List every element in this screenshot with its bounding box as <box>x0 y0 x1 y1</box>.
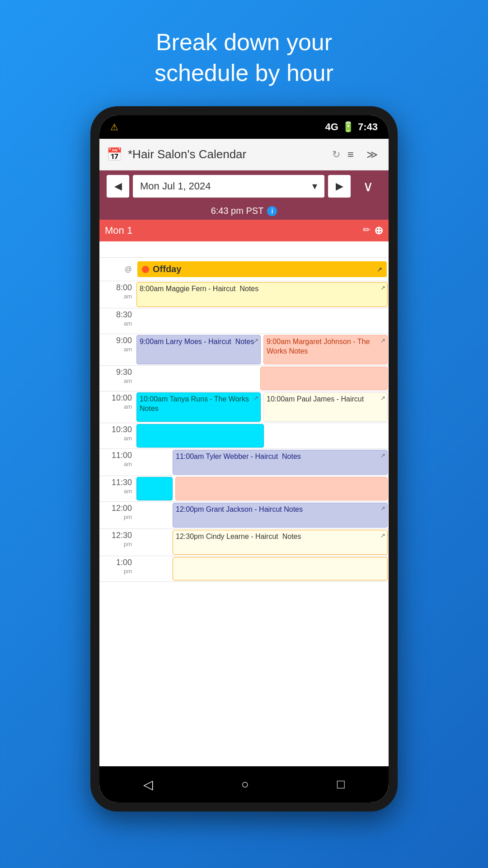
bottom-nav: ◁ ○ □ <box>99 766 389 802</box>
day-label: Mon 1 <box>105 225 132 236</box>
date-nav: ◀ Mon Jul 1, 2024 ▾ ▶ ∨ <box>99 170 389 202</box>
allday-row: @ Offday ↗ <box>99 258 389 281</box>
phone-frame: ⚠ 4G 🔋 7:43 📅 *Hair Salon's Calendar ↻ ≡… <box>90 106 398 811</box>
date-dropdown-arrow: ▾ <box>312 180 317 192</box>
time-bar: 6:43 pm PST i <box>99 202 389 220</box>
event-900b-text: 9:00am Margaret Johnson - The Works Note… <box>267 338 370 355</box>
event-1000a-ext: ↗ <box>253 395 258 402</box>
event-100-cont <box>173 557 388 580</box>
allday-label: @ <box>99 265 136 274</box>
current-date: Mon Jul 1, 2024 <box>140 180 211 192</box>
time-row-1130: 11:30 am <box>99 476 389 502</box>
headline: Break down your schedule by hour <box>155 27 333 88</box>
event-1000a-text: 10:00am Tanya Runs - The Works Notes <box>140 395 249 412</box>
event-1130-green-cont2 <box>136 477 173 500</box>
status-bar: ⚠ 4G 🔋 7:43 <box>99 115 389 139</box>
time-row-1230: 12:30 pm 12:30pm Cindy Learne - Haircut … <box>99 529 389 556</box>
event-900a-text: 9:00am Larry Moes - Haircut Notes <box>140 338 254 345</box>
add-event-icon[interactable]: ⊕ <box>374 224 383 237</box>
current-time: 6:43 pm PST <box>211 206 264 216</box>
blank-row <box>99 241 389 258</box>
event-900a-ext: ↗ <box>253 337 258 345</box>
offday-event[interactable]: Offday ↗ <box>137 261 387 277</box>
event-1000b-ext: ↗ <box>380 395 385 402</box>
app-title: *Hair Salon's Calendar <box>128 147 332 161</box>
time-row-930: 9:30 am <box>99 366 389 392</box>
view-chevron-button[interactable]: ∨ <box>354 175 381 198</box>
event-930-orange-cont <box>260 367 388 390</box>
battery-icon: 🔋 <box>342 121 354 133</box>
info-circle[interactable]: i <box>267 206 277 216</box>
event-1200[interactable]: 12:00pm Grant Jackson - Haircut Notes ↗ <box>173 503 388 528</box>
calendar-body: Mon 1 ✏ ⊕ @ Off <box>99 220 389 766</box>
event-1100-text: 11:00am Tyler Webber - Haircut Notes <box>176 453 301 460</box>
day-header: Mon 1 ✏ ⊕ <box>99 220 389 241</box>
event-1200-text: 12:00pm Grant Jackson - Haircut Notes <box>176 505 303 513</box>
event-800-text: 8:00am Maggie Fern - Haircut Notes <box>140 285 258 292</box>
time-row-1200: 12:00 pm 12:00pm Grant Jackson - Haircut… <box>99 502 389 529</box>
event-1200-ext: ↗ <box>380 505 385 513</box>
headline-line2: schedule by hour <box>155 60 333 86</box>
next-date-button[interactable]: ▶ <box>328 175 351 198</box>
edit-icon[interactable]: ✏ <box>363 224 371 237</box>
event-900b-ext: ↗ <box>380 337 385 345</box>
event-1030-green-cont <box>136 424 264 448</box>
time-row-830: 8:30 am <box>99 308 389 334</box>
recent-nav-icon[interactable]: □ <box>337 777 345 792</box>
event-1100[interactable]: 11:00am Tyler Webber - Haircut Notes ↗ <box>173 450 388 475</box>
time-row-100: 1:00 pm <box>99 556 389 582</box>
app-header: 📅 *Hair Salon's Calendar ↻ ≡ ≫ <box>99 139 389 170</box>
chevron-down-icon: ∨ <box>363 178 373 195</box>
time-row-1000: 10:00 am 10:00am Tanya Runs - The Works … <box>99 392 389 423</box>
event-1230-ext: ↗ <box>380 532 385 540</box>
time-row-1100: 11:00 am 11:00am Tyler Webber - Haircut … <box>99 449 389 476</box>
event-1100-ext: ↗ <box>380 452 385 460</box>
event-1130-orange-cont2 <box>175 477 388 500</box>
event-1000b-text: 10:00am Paul James - Haircut <box>267 395 364 403</box>
prev-date-button[interactable]: ◀ <box>107 175 129 198</box>
event-900b[interactable]: 9:00am Margaret Johnson - The Works Note… <box>263 335 388 364</box>
signal-icon: 4G <box>325 121 338 133</box>
double-chevron-button[interactable]: ≫ <box>363 146 381 163</box>
event-1230[interactable]: 12:30pm Cindy Learne - Haircut Notes ↗ <box>173 530 388 555</box>
calendar-icon: 📅 <box>107 147 122 162</box>
menu-button[interactable]: ≡ <box>344 146 357 163</box>
event-900a[interactable]: 9:00am Larry Moes - Haircut Notes ↗ <box>136 335 261 364</box>
time-row-1030: 10:30 am <box>99 423 389 449</box>
event-800[interactable]: 8:00am Maggie Fern - Haircut Notes ↗ <box>136 282 388 307</box>
back-nav-icon[interactable]: ◁ <box>143 777 153 792</box>
refresh-icon[interactable]: ↻ <box>332 149 340 160</box>
event-800-ext: ↗ <box>380 284 385 292</box>
time-row-800: 8:00 am 8:00am Maggie Fern - Haircut Not… <box>99 281 389 308</box>
date-display[interactable]: Mon Jul 1, 2024 ▾ <box>133 175 324 198</box>
time-row-900: 9:00 am 9:00am Larry Moes - Haircut Note… <box>99 334 389 366</box>
headline-line1: Break down your <box>156 29 332 55</box>
warning-icon: ⚠ <box>110 122 118 132</box>
offday-ext-icon: ↗ <box>377 266 382 273</box>
phone-screen: ⚠ 4G 🔋 7:43 📅 *Hair Salon's Calendar ↻ ≡… <box>99 115 389 802</box>
event-1000a[interactable]: 10:00am Tanya Runs - The Works Notes ↗ <box>136 392 261 422</box>
home-nav-icon[interactable]: ○ <box>241 777 249 792</box>
clock: 7:43 <box>358 121 378 133</box>
event-1230-text: 12:30pm Cindy Learne - Haircut Notes <box>176 533 301 540</box>
grid-area: @ Offday ↗ 8:00 am <box>99 241 389 766</box>
event-1000b[interactable]: 10:00am Paul James - Haircut ↗ <box>263 392 388 422</box>
